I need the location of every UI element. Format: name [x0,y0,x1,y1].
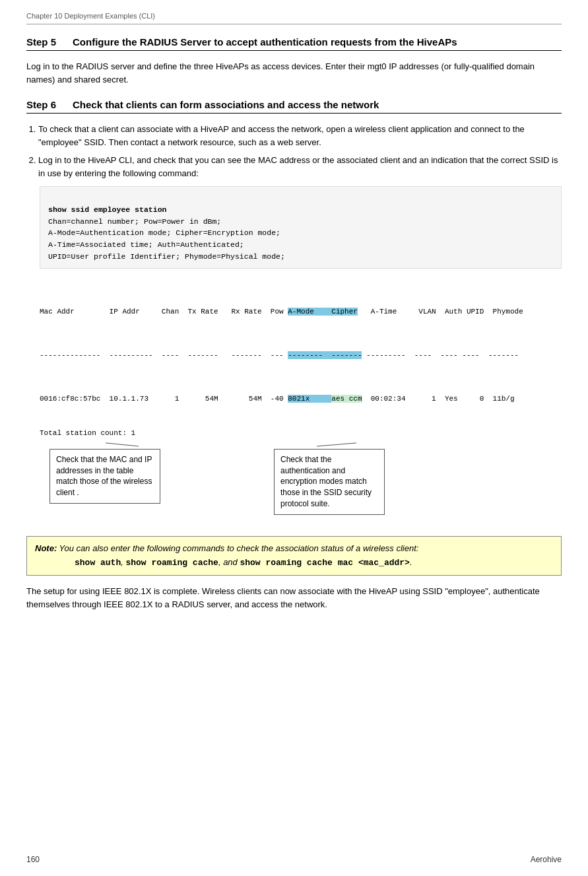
step6-title: Check that clients can form associations… [73,99,379,110]
note-and: , and [218,557,240,567]
callout-area: Check that the MAC and IP addresses in t… [40,440,562,525]
table-area: Mac Addr IP Addr Chan Tx Rate Rx Rate Po… [40,274,562,437]
list-item-1: To check that a client can associate wit… [38,123,562,149]
step6-list: To check that a client can associate wit… [38,123,562,180]
svg-line-0 [106,443,139,446]
brand: Aerohive [531,855,562,864]
note-label: Note: [35,543,57,553]
table-header-row: Mac Addr IP Addr Chan Tx Rate Rx Rate Po… [40,306,562,318]
callout2-text: Check that the authentication and encryp… [280,455,372,508]
footer: 160 Aerohive [26,855,562,864]
code-command: show ssid employee station [48,205,166,214]
callout-box-1: Check that the MAC and IP addresses in t… [49,449,160,504]
step6-heading: Step 6 Check that clients can form assoc… [26,99,562,114]
highlight-aesccm: aes ccm [331,395,362,403]
cli-table: Mac Addr IP Addr Chan Tx Rate Rx Rate Po… [40,274,562,426]
callout1-text: Check that the MAC and IP addresses in t… [56,455,152,497]
step5-heading: Step 5 Configure the RADIUS Server to ac… [26,36,562,51]
note-cmd3: show roaming cache mac <mac_addr> [240,558,409,568]
page: Chapter 10 Deployment Examples (CLI) Ste… [0,0,588,876]
chapter-header-text: Chapter 10 Deployment Examples (CLI) [26,12,155,20]
step5-label: Step 5 [26,36,73,48]
note-body-text: You can also enter the following command… [57,543,418,553]
table-data-row: 0016:cf8c:57bc 10.1.1.73 1 54M 54M -40 8… [40,393,562,405]
chapter-header: Chapter 10 Deployment Examples (CLI) [26,12,562,24]
closing-text: The setup for using IEEE 802.1X is compl… [26,585,562,611]
note-period: . [410,557,412,567]
svg-line-1 [317,443,356,446]
page-number: 160 [26,855,40,864]
code-block: show ssid employee station Chan=channel … [40,186,562,269]
list-item-2: Log in to the HiveAP CLI, and check that… [38,154,562,180]
step6-label: Step 6 [26,99,73,110]
table-count: Total station count: 1 [40,429,562,437]
note-cmd1: show auth [75,558,121,568]
highlight-8021x: 8021x aes ccm [288,395,362,403]
note-cmd2: show roaming cache [125,558,218,568]
note-box: Note: You can also enter the following c… [26,536,562,576]
step5-title: Configure the RADIUS Server to accept au… [73,36,457,48]
table-divider-row: -------------- ---------- ---- ------- -… [40,350,562,361]
code-legend: Chan=channel number; Pow=Power in dBm; A… [48,217,285,261]
callout-box-2: Check that the authentication and encryp… [274,449,385,515]
step5-body: Log in to the RADIUS server and define t… [26,60,562,86]
highlight-amode-header: A-Mode Cipher [288,308,358,316]
highlight-amode-divider: -------- ------- [288,351,362,359]
